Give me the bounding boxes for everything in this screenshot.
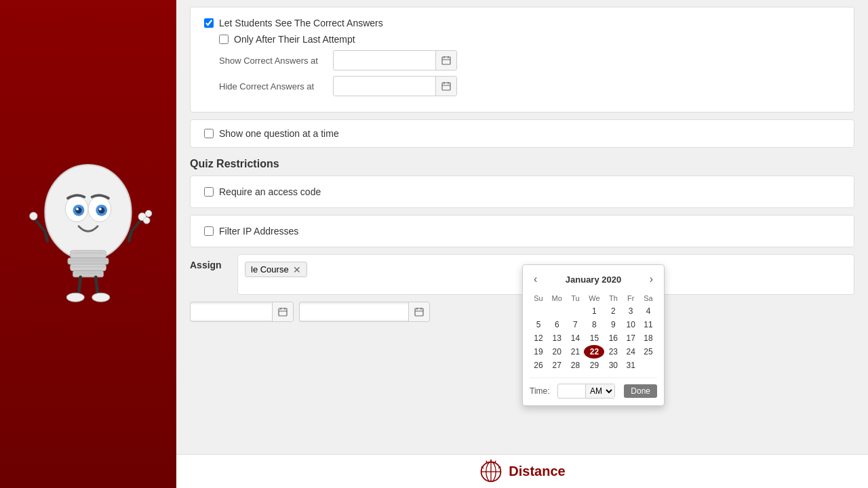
available-date-input[interactable]: [300, 304, 408, 320]
svg-rect-1: [71, 250, 106, 258]
svg-rect-33: [442, 83, 450, 90]
svg-point-24: [92, 293, 110, 302]
available-date-calendar-btn[interactable]: [408, 302, 429, 321]
calendar-day[interactable]: 18: [639, 331, 657, 345]
time-input[interactable]: [558, 385, 585, 397]
svg-rect-2: [68, 258, 108, 264]
let-students-see-checkbox[interactable]: [204, 18, 214, 28]
logo-text: Distance: [509, 464, 565, 479]
require-access-checkbox[interactable]: [204, 187, 214, 197]
calendar-day[interactable]: 22: [584, 345, 604, 359]
calendar-day[interactable]: 2: [604, 304, 622, 318]
calendar-month-label: January 2020: [566, 274, 621, 285]
calendar-day[interactable]: 16: [604, 331, 622, 345]
filter-ip-checkbox[interactable]: [204, 226, 214, 236]
am-pm-select[interactable]: AM PM: [585, 384, 614, 398]
calendar-day[interactable]: 29: [584, 359, 604, 372]
calendar-popup: ‹ January 2020 › Su Mo Tu We Th Fr Sa 12…: [522, 264, 665, 406]
calendar-day[interactable]: 8: [584, 318, 604, 331]
calendar-day[interactable]: 25: [639, 345, 657, 359]
calendar-day[interactable]: 14: [567, 331, 585, 345]
hide-correct-at-row: Hide Correct Answers at: [219, 76, 840, 96]
hide-correct-at-input[interactable]: [334, 79, 435, 94]
calendar-day: [639, 359, 657, 372]
svg-line-13: [45, 231, 47, 241]
calendar-day[interactable]: 10: [622, 318, 639, 331]
let-students-see-label[interactable]: Let Students See The Correct Answers: [204, 18, 383, 28]
hide-correct-at-calendar-btn[interactable]: [435, 77, 456, 96]
calendar-day[interactable]: 28: [567, 359, 585, 372]
available-date-group: [299, 302, 430, 322]
sidebar: [0, 0, 176, 488]
dow-fr: Fr: [622, 292, 639, 304]
available-date-input-wrap: [299, 302, 430, 322]
calendar-next-btn[interactable]: ›: [646, 272, 657, 287]
calendar-day[interactable]: 6: [547, 318, 567, 331]
show-correct-at-input[interactable]: [334, 53, 435, 68]
calendar-icon: [441, 56, 451, 65]
calendar-day[interactable]: 7: [567, 318, 585, 331]
hide-correct-at-input-wrap: [333, 76, 457, 96]
calendar-day[interactable]: 31: [622, 359, 639, 372]
course-tag-remove-btn[interactable]: ✕: [293, 265, 301, 274]
dow-su: Su: [530, 292, 547, 304]
filter-ip-label[interactable]: Filter IP Addresses: [204, 226, 840, 237]
svg-rect-29: [442, 57, 450, 64]
due-date-input-wrap: [190, 302, 294, 322]
only-after-last-checkbox[interactable]: [219, 35, 229, 44]
calendar-day[interactable]: 3: [622, 304, 639, 318]
dow-we: We: [584, 292, 604, 304]
svg-point-23: [66, 293, 84, 302]
quiz-restrictions-header: Quiz Restrictions: [190, 158, 854, 170]
require-access-label[interactable]: Require an access code: [204, 186, 840, 197]
lightbulb-image: [0, 0, 176, 488]
show-one-question-label[interactable]: Show one question at a time: [204, 128, 840, 139]
due-date-calendar-btn[interactable]: [272, 302, 293, 321]
calendar-day[interactable]: 9: [604, 318, 622, 331]
calendar-icon-2: [441, 81, 451, 91]
calendar-prev-btn[interactable]: ‹: [530, 272, 541, 287]
calendar-day[interactable]: 1: [584, 304, 604, 318]
only-after-last-label[interactable]: Only After Their Last Attempt: [219, 34, 355, 45]
svg-rect-4: [73, 270, 104, 277]
course-tag: le Course ✕: [245, 262, 307, 277]
calendar-day[interactable]: 23: [604, 345, 622, 359]
calendar-day[interactable]: 11: [639, 318, 657, 331]
calendar-day[interactable]: 19: [530, 345, 547, 359]
calendar-day[interactable]: 24: [622, 345, 639, 359]
calendar-day[interactable]: 21: [567, 345, 585, 359]
calendar-day[interactable]: 20: [547, 345, 567, 359]
svg-point-0: [45, 165, 132, 260]
done-button[interactable]: Done: [624, 384, 657, 398]
calendar-day[interactable]: 4: [639, 304, 657, 318]
assign-label: Assign: [190, 254, 231, 270]
show-correct-at-label: Show Correct Answers at: [219, 56, 328, 66]
calendar-header: ‹ January 2020 ›: [530, 272, 657, 287]
avail-cal-icon: [414, 307, 424, 317]
calendar-day[interactable]: 12: [530, 331, 547, 345]
show-correct-at-calendar-btn[interactable]: [435, 51, 456, 70]
calendar-time-row: Time: AM PM Done: [530, 378, 657, 399]
calendar-day[interactable]: 17: [622, 331, 639, 345]
calendar-day[interactable]: 30: [604, 359, 622, 372]
course-tag-label: le Course: [251, 264, 289, 274]
logo-globe-icon: [479, 460, 503, 484]
svg-point-20: [30, 212, 37, 220]
svg-line-21: [79, 277, 81, 295]
distance-logo: Distance: [479, 460, 565, 484]
calendar-day[interactable]: 15: [584, 331, 604, 345]
calendar-day[interactable]: 13: [547, 331, 567, 345]
show-one-question-checkbox[interactable]: [204, 129, 214, 138]
calendar-day[interactable]: 26: [530, 359, 547, 372]
svg-point-8: [75, 207, 81, 214]
due-date-group: [190, 302, 294, 322]
calendar-day[interactable]: 27: [547, 359, 567, 372]
svg-rect-37: [279, 308, 287, 316]
time-label: Time:: [530, 386, 553, 396]
calendar-day[interactable]: 5: [530, 318, 547, 331]
svg-line-15: [129, 231, 132, 241]
due-date-input[interactable]: [191, 304, 272, 320]
svg-point-11: [98, 207, 104, 214]
dow-tu: Tu: [567, 292, 585, 304]
svg-line-14: [34, 219, 45, 232]
